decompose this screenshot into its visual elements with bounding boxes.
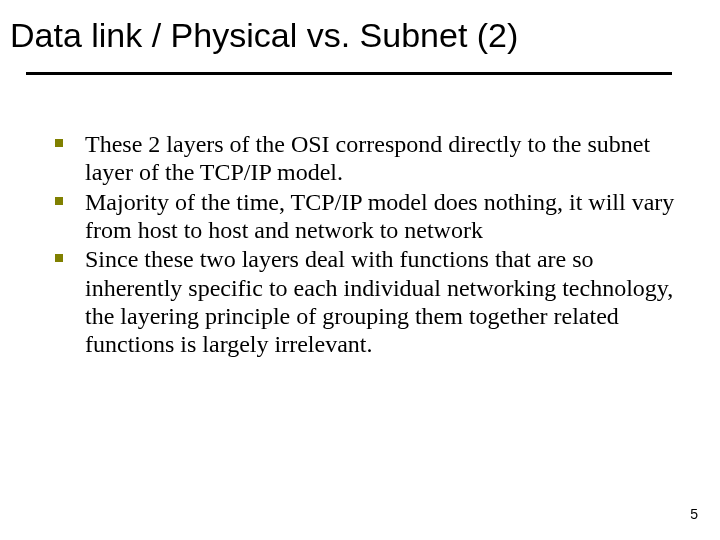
list-item-text: Majority of the time, TCP/IP model does … (85, 188, 675, 245)
slide: Data link / Physical vs. Subnet (2) Thes… (0, 0, 720, 540)
square-bullet-icon (55, 245, 85, 262)
title-underline (26, 72, 672, 75)
list-item: Majority of the time, TCP/IP model does … (55, 188, 675, 245)
list-item: These 2 layers of the OSI correspond dir… (55, 130, 675, 187)
list-item-text: Since these two layers deal with functio… (85, 245, 675, 358)
page-number: 5 (690, 506, 698, 522)
square-bullet-icon (55, 130, 85, 147)
list-item-text: These 2 layers of the OSI correspond dir… (85, 130, 675, 187)
square-bullet-icon (55, 188, 85, 205)
list-item: Since these two layers deal with functio… (55, 245, 675, 358)
bullet-list: These 2 layers of the OSI correspond dir… (55, 130, 675, 360)
page-title: Data link / Physical vs. Subnet (2) (10, 16, 518, 55)
